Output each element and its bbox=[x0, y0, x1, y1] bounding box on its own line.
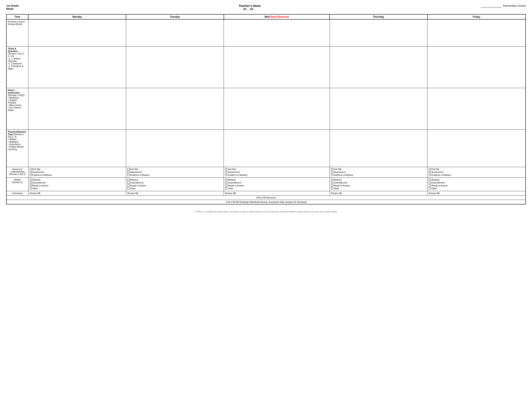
checkbox-icon bbox=[127, 171, 129, 173]
col-header-wed-early: Early Dismissal bbox=[270, 15, 289, 18]
row-reflect: Reflect(Domain 3) Reteach Extend/Enrich … bbox=[6, 177, 526, 191]
checkbox-icon bbox=[429, 179, 431, 181]
checkbox-icon bbox=[127, 174, 129, 176]
cell-thu-homework: Review NB bbox=[330, 191, 427, 195]
col-header-monday: Monday bbox=[28, 14, 126, 19]
checkbox-icon bbox=[127, 168, 129, 170]
time-assess: Assess forUnderstanding(Domain 1-DQ 1) bbox=[6, 167, 28, 177]
cell-fri-practice bbox=[428, 129, 526, 167]
row-footer1: 2:00-2:30 Resource bbox=[6, 195, 526, 200]
school-underline bbox=[481, 4, 502, 8]
checkbox-icon bbox=[127, 184, 129, 187]
cell-wed-homework: Review NB bbox=[224, 191, 330, 195]
cell-mon-homework: Review NB bbox=[28, 191, 126, 195]
footer-ar-reading: 2:35-2:50 AR Reading/ Individual tutorin… bbox=[6, 200, 526, 204]
checkbox-icon bbox=[225, 179, 227, 181]
cell-wed-direct bbox=[224, 88, 330, 129]
assess-mastery-mon: Evidence of Mastery bbox=[30, 174, 125, 176]
cell-thu-think bbox=[330, 46, 427, 88]
cell-fri-homework: Review NB bbox=[428, 191, 526, 195]
checkbox-icon bbox=[331, 179, 333, 181]
checkbox-icon bbox=[225, 174, 227, 176]
time-prev-lesson: Previous LessonReview [5min] bbox=[6, 19, 28, 46]
grade-label: 1st Grade bbox=[6, 4, 19, 7]
checkbox-icon bbox=[331, 182, 333, 184]
cell-wed-think bbox=[224, 46, 330, 88]
teacher-name-label: Teacher's Name bbox=[239, 4, 261, 8]
checkbox-icon bbox=[30, 184, 32, 187]
cell-wed-prev bbox=[224, 19, 330, 46]
checkbox-icon bbox=[429, 187, 431, 190]
time-direct-instruction: DirectInstruction (Domain 1-DQ2) • Model… bbox=[6, 88, 28, 129]
col-header-thursday: Thursday bbox=[330, 14, 427, 19]
checkbox-icon bbox=[429, 168, 431, 170]
checkbox-icon bbox=[30, 168, 32, 170]
cell-fri-assess: Exit Slip Assessment Evidence of Mastery bbox=[428, 167, 526, 177]
year-label: 20__-20__ bbox=[239, 8, 261, 10]
row-assess: Assess forUnderstanding(Domain 1-DQ 1) E… bbox=[6, 167, 526, 177]
footer-resource: 2:00-2:30 Resource bbox=[6, 195, 526, 200]
cell-tue-direct bbox=[126, 88, 224, 129]
checkbox-icon bbox=[331, 171, 333, 173]
cell-wed-reflect: Reteach Extend/Enrich Ready to Assess Ot… bbox=[224, 177, 330, 191]
cell-wed-practice bbox=[224, 129, 330, 167]
checkbox-icon bbox=[127, 187, 129, 190]
cell-fri-prev bbox=[428, 19, 526, 46]
school-label: Elementary School bbox=[503, 4, 526, 7]
cell-mon-assess: Exit Slip Assessment Evidence of Mastery bbox=[28, 167, 126, 177]
cell-wed-assess: Exit Slip Assessment Evidence of Mastery bbox=[224, 167, 330, 177]
col-header-tuesday: Tuesday bbox=[126, 14, 224, 19]
cell-tue-prev bbox=[126, 19, 224, 46]
cell-mon-think bbox=[28, 46, 126, 88]
checkbox-icon bbox=[30, 174, 32, 176]
checkbox-icon bbox=[429, 171, 431, 173]
cell-fri-direct bbox=[428, 88, 526, 129]
cell-thu-prev bbox=[330, 19, 427, 46]
checkbox-icon bbox=[429, 174, 431, 176]
row-think-question: Think &Question Domain 1-DQ 2,3, 4,9: • … bbox=[6, 46, 526, 88]
assess-exit-slip-mon: Exit Slip bbox=[30, 168, 125, 170]
row-homework: Homework Review NB Review NB Review NB R… bbox=[6, 191, 526, 195]
checkbox-icon bbox=[225, 171, 227, 173]
checkbox-icon bbox=[30, 182, 32, 184]
checkbox-icon bbox=[127, 182, 129, 184]
cell-mon-practice bbox=[28, 129, 126, 167]
cell-mon-direct bbox=[28, 88, 126, 129]
lesson-plan-table: Time Monday Tuesday Wed Early Dismissal … bbox=[6, 14, 526, 204]
row-direct-instruction: DirectInstruction (Domain 1-DQ2) • Model… bbox=[6, 88, 526, 129]
checkbox-icon bbox=[30, 171, 32, 173]
time-practice: Practice/Student Task (Domain 1DQ 3, 4) … bbox=[6, 129, 28, 167]
time-think-question: Think &Question Domain 1-DQ 2,3, 4,9: • … bbox=[6, 46, 28, 88]
assess-assessment-mon: Assessment bbox=[30, 171, 125, 173]
cell-mon-prev bbox=[28, 19, 126, 46]
col-header-friday: Friday bbox=[428, 14, 526, 19]
row-footer2: 2:35-2:50 AR Reading/ Individual tutorin… bbox=[6, 200, 526, 204]
checkbox-icon bbox=[225, 182, 227, 184]
cell-tue-reflect: Reteach Extend/Enrich Ready to Assess Ot… bbox=[126, 177, 224, 191]
col-header-time: Time bbox=[6, 14, 28, 19]
checkbox-icon bbox=[429, 184, 431, 187]
cell-tue-assess: Exit Slip Assessment Evidence of Mastery bbox=[126, 167, 224, 177]
cell-thu-practice bbox=[330, 129, 427, 167]
cell-tue-homework: Review NB bbox=[126, 191, 224, 195]
checkbox-icon bbox=[127, 179, 129, 181]
cell-mon-reflect: Reteach Extend/Enrich Ready to Assess Ot… bbox=[28, 177, 126, 191]
col-header-wed: Wed Early Dismissal bbox=[224, 14, 330, 19]
row-prev-lesson: Previous LessonReview [5min] bbox=[6, 19, 526, 46]
checkbox-icon bbox=[429, 182, 431, 184]
checkbox-icon bbox=[331, 184, 333, 187]
cell-thu-direct bbox=[330, 88, 427, 129]
checkbox-icon bbox=[30, 179, 32, 181]
checkbox-icon bbox=[225, 184, 227, 187]
cell-fri-reflect: Reteach Extend/Enrich Ready to Assess Ot… bbox=[428, 177, 526, 191]
checkbox-icon bbox=[225, 168, 227, 170]
checkbox-icon bbox=[225, 187, 227, 190]
time-reflect: Reflect(Domain 3) bbox=[6, 177, 28, 191]
checkbox-icon bbox=[331, 187, 333, 190]
cell-thu-assess: Exit Slip Assessment Evidence of Mastery bbox=[330, 167, 427, 177]
copyright-text: © Tiffany Lo. All rights reserved by aut… bbox=[6, 211, 526, 213]
cell-tue-think bbox=[126, 46, 224, 88]
week-label: Week: bbox=[6, 7, 19, 10]
checkbox-icon bbox=[331, 174, 333, 176]
checkbox-icon bbox=[30, 187, 32, 190]
